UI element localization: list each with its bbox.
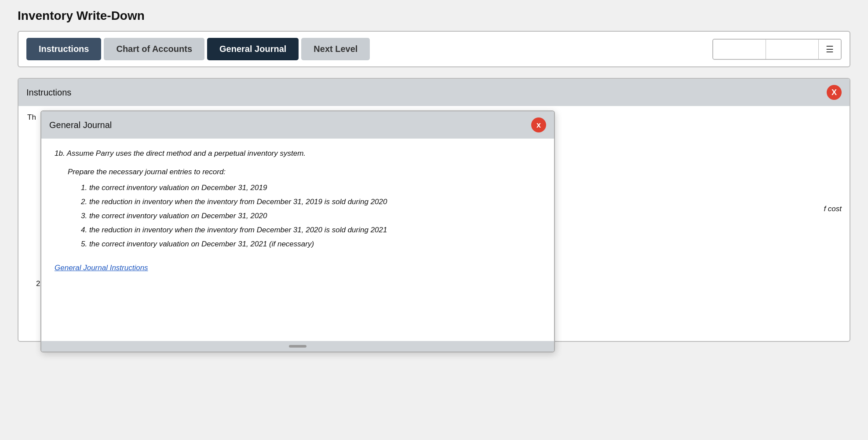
instructions-button[interactable]: Instructions <box>26 38 101 60</box>
modal-list-item: 3. the correct inventory valuation on De… <box>81 212 541 220</box>
instructions-panel-header: Instructions X <box>18 79 850 106</box>
instructions-panel: Instructions X Th General Journal x 1b. … <box>18 78 850 342</box>
next-level-button[interactable]: Next Level <box>301 38 370 60</box>
instructions-body: Th General Journal x 1b. Assume Parry us… <box>18 106 850 303</box>
modal-intro-text: 1b. Assume Parry uses the direct method … <box>55 149 541 158</box>
modal-footer <box>41 341 554 352</box>
instructions-panel-title: Instructions <box>26 88 71 98</box>
general-journal-modal: General Journal x 1b. Assume Parry uses … <box>40 110 555 352</box>
modal-prepare-text: Prepare the necessary journal entries to… <box>55 168 541 176</box>
nav-input-2[interactable] <box>766 40 819 59</box>
menu-icon[interactable]: ☰ <box>819 40 841 59</box>
modal-list-item: 4. the reduction in inventory when the i… <box>81 226 541 235</box>
nav-buttons: Instructions Chart of Accounts General J… <box>26 38 370 60</box>
modal-list-item: 1. the correct inventory valuation on De… <box>81 183 541 192</box>
modal-body: 1b. Assume Parry uses the direct method … <box>41 139 554 341</box>
general-journal-button[interactable]: General Journal <box>207 38 299 60</box>
modal-header: General Journal x <box>41 111 554 139</box>
modal-list-item: 2. the reduction in inventory when the i… <box>81 198 541 206</box>
chart-of-accounts-button[interactable]: Chart of Accounts <box>104 38 204 60</box>
nav-right-controls: ☰ <box>712 39 842 60</box>
general-journal-instructions-link[interactable]: General Journal Instructions <box>55 264 148 272</box>
instructions-close-button[interactable]: X <box>827 85 842 100</box>
modal-close-button[interactable]: x <box>531 117 546 132</box>
modal-title: General Journal <box>49 120 112 130</box>
modal-items-list: 1. the correct inventory valuation on De… <box>55 183 541 249</box>
nav-input-1[interactable] <box>713 40 766 59</box>
modal-list-item: 5. the correct inventory valuation on De… <box>81 240 541 249</box>
page-title: Inventory Write-Down <box>18 9 850 23</box>
nav-bar: Instructions Chart of Accounts General J… <box>18 31 850 67</box>
modal-resize-handle[interactable] <box>289 345 306 348</box>
right-partial-text: f cost <box>824 205 842 213</box>
